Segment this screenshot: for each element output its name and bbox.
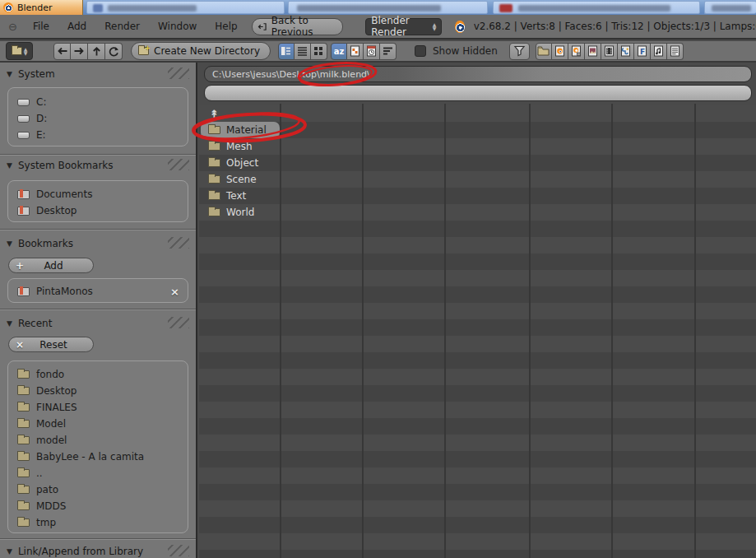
create-new-directory-button[interactable]: + Create New Directory [131, 42, 271, 60]
add-bookmark-button[interactable]: + Add [8, 258, 94, 273]
obscured-taskbar-tab[interactable] [288, 1, 488, 14]
recent-item[interactable]: Model [8, 416, 188, 432]
recent-item[interactable]: fondo [8, 366, 188, 383]
select-arrows-icon: ▲▼ [24, 47, 28, 55]
folder-icon [208, 175, 220, 184]
sort-by-time-button[interactable] [364, 43, 380, 60]
refresh-button[interactable] [105, 43, 123, 60]
menu-add[interactable]: Add [58, 15, 95, 38]
filter-font-button[interactable]: F [634, 43, 651, 60]
folder-icon [208, 208, 220, 216]
folder-icon [17, 486, 30, 494]
blender-logo-icon [455, 21, 464, 33]
nav-forward-button[interactable] [71, 43, 88, 60]
file-browser-main: C:\Users\jesus\Desktop\milk.blend\ ↟ .. … [199, 63, 756, 558]
filter-text-button[interactable] [667, 43, 684, 60]
panel-grip-icon[interactable] [168, 159, 189, 170]
filter-files-button[interactable] [509, 43, 530, 60]
recent-item[interactable]: BabyLee - A la camita [8, 449, 188, 465]
panel-header-link-append[interactable]: ▼ Link/Append from Library [7, 545, 191, 558]
render-engine-select[interactable]: Blender Render ▲▼ [365, 18, 442, 35]
recent-item[interactable]: model [8, 432, 188, 449]
collapse-menu-icon[interactable]: ⊖ [8, 21, 17, 33]
taskbar-item-blender[interactable]: Blender [0, 0, 83, 15]
nav-up-button[interactable] [88, 43, 105, 60]
panel-grip-icon[interactable] [168, 545, 189, 556]
show-hidden-checkbox[interactable] [415, 45, 426, 57]
sort-alphabetical-button[interactable]: az [331, 43, 347, 60]
path-input[interactable]: C:\Users\jesus\Desktop\milk.blend\ [204, 66, 752, 82]
file-entry-text[interactable]: Text [199, 188, 281, 204]
view-thumbnails-button[interactable] [311, 43, 327, 60]
panel-header-system-bookmarks[interactable]: ▼ System Bookmarks [7, 159, 191, 172]
reset-recent-button[interactable]: × Reset [8, 337, 94, 352]
obscured-taskbar-tab[interactable] [704, 1, 756, 14]
menu-window[interactable]: Window [149, 15, 206, 38]
menu-help[interactable]: Help [206, 15, 246, 38]
folder-icon [17, 453, 30, 461]
sort-by-extension-button[interactable] [347, 43, 364, 60]
file-entry-mesh[interactable]: Mesh [199, 138, 281, 155]
drive-item-c[interactable]: C: [8, 94, 188, 110]
filter-movie-button[interactable] [601, 43, 618, 60]
panel-grip-icon[interactable] [168, 317, 189, 328]
drive-icon [17, 99, 30, 106]
column-divider [611, 104, 613, 558]
column-divider [529, 104, 531, 558]
file-entry-parent[interactable]: ↟ .. [199, 105, 281, 122]
back-to-previous-button[interactable]: Back to Previous [252, 18, 344, 35]
bookmark-item-desktop[interactable]: Desktop [8, 202, 188, 219]
file-entry-world[interactable]: World [199, 204, 281, 221]
recent-item[interactable]: FINALES [8, 399, 188, 416]
folder-icon [17, 420, 30, 428]
recent-item[interactable]: pato [8, 481, 188, 498]
folder-icon [17, 502, 30, 510]
panel-header-recent[interactable]: ▼ Recent [7, 317, 191, 330]
drive-item-e[interactable]: E: [8, 127, 188, 143]
back-icon [257, 21, 267, 32]
obscured-tab-icon [93, 4, 103, 12]
remove-bookmark-icon[interactable]: × [170, 286, 179, 298]
filename-input[interactable] [204, 85, 752, 101]
drive-icon [17, 132, 30, 139]
plus-icon: + [9, 260, 30, 272]
file-entry-scene[interactable]: Scene [199, 171, 281, 188]
folder-icon [17, 469, 30, 477]
obscured-tab-red-icon [499, 4, 513, 12]
panel-divider [0, 538, 196, 540]
drive-item-d[interactable]: D: [8, 110, 188, 127]
recent-item[interactable]: .. [8, 465, 188, 481]
filter-image-button[interactable] [585, 43, 601, 60]
taskbar: Blender [0, 0, 756, 15]
nav-back-button[interactable] [53, 43, 71, 60]
bookmark-item-documents[interactable]: Documents [8, 186, 188, 202]
panel-header-system[interactable]: ▼ System [7, 67, 191, 81]
sort-by-size-button[interactable] [380, 43, 397, 60]
recent-item[interactable]: tmp [8, 514, 188, 531]
filter-script-button[interactable] [618, 43, 634, 60]
view-long-list-button[interactable] [295, 43, 311, 60]
panel-header-bookmarks[interactable]: ▼ Bookmarks [7, 237, 191, 250]
select-arrows-icon: ▲▼ [433, 22, 437, 30]
recent-item[interactable]: MDDS [8, 498, 188, 514]
filter-folder-button[interactable] [536, 43, 552, 60]
file-entry-material[interactable]: Material [201, 122, 280, 138]
recent-item[interactable]: Desktop [8, 383, 188, 399]
view-short-list-button[interactable] [278, 43, 295, 60]
menu-render[interactable]: Render [95, 15, 149, 38]
x-icon: × [9, 339, 30, 351]
obscured-taskbar-tab[interactable] [86, 1, 285, 14]
file-entry-object[interactable]: Object [199, 155, 281, 171]
filter-sound-button[interactable] [651, 43, 667, 60]
file-list-background [199, 105, 756, 558]
panel-grip-icon[interactable] [168, 237, 189, 249]
panel-grip-icon[interactable] [168, 67, 189, 79]
editor-type-button[interactable]: ▲▼ [6, 42, 33, 60]
bookmark-item-pintamonos[interactable]: PintaMonos × [8, 283, 188, 300]
menu-file[interactable]: File [24, 15, 58, 38]
filter-blend-button[interactable] [552, 43, 568, 60]
disclosure-triangle-icon: ▼ [7, 319, 12, 328]
file-browser-toolbar: ▲▼ + Create New Directory az [0, 41, 756, 63]
obscured-taskbar-tab[interactable] [493, 1, 700, 14]
filter-backup-blend-button[interactable] [568, 43, 585, 60]
